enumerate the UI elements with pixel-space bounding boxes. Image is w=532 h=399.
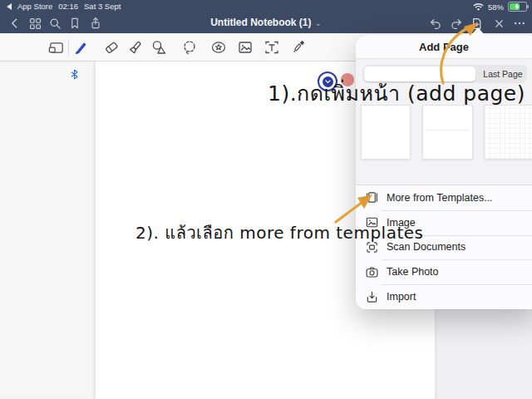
color-swatch-blue[interactable] bbox=[318, 71, 337, 91]
close-icon bbox=[493, 17, 505, 30]
template-section: Last Page Current Template Flashcard Squ… bbox=[356, 59, 532, 185]
chevron-down-icon: ⌄ bbox=[314, 18, 321, 27]
image-icon bbox=[365, 215, 379, 229]
battery-charging-icon bbox=[508, 2, 527, 12]
battery-percent: 58% bbox=[488, 2, 504, 12]
more-icon bbox=[513, 17, 526, 30]
canvas-margin-left bbox=[0, 62, 95, 399]
segmented-control[interactable]: Last Page bbox=[362, 65, 527, 83]
menu-item-image[interactable]: Image bbox=[356, 210, 532, 235]
bookmark-button[interactable] bbox=[66, 15, 83, 32]
share-icon bbox=[89, 17, 102, 30]
import-icon bbox=[365, 290, 379, 304]
back-button[interactable] bbox=[7, 15, 23, 32]
redo-button[interactable] bbox=[448, 15, 465, 32]
templates-icon bbox=[365, 190, 379, 204]
menu-item-import[interactable]: Import bbox=[356, 284, 532, 309]
add-page-popover: Add Page Last Page Current Template Flas… bbox=[356, 35, 532, 309]
bluetooth-icon bbox=[71, 69, 78, 80]
toolbar-divider bbox=[68, 39, 69, 56]
menu-item-scan-documents[interactable]: Scan Documents bbox=[356, 235, 532, 260]
date: Sat 3 Sept bbox=[84, 2, 121, 11]
highlighter-tool[interactable] bbox=[125, 37, 146, 58]
back-to-app-label[interactable]: App Store bbox=[17, 2, 52, 11]
segment-last-page[interactable]: Last Page bbox=[479, 65, 527, 83]
camera-icon bbox=[365, 265, 379, 279]
template-thumb-flashcard[interactable] bbox=[422, 105, 473, 160]
menu-item-take-photo[interactable]: Take Photo bbox=[356, 259, 532, 284]
close-button[interactable] bbox=[490, 15, 507, 32]
more-button[interactable] bbox=[511, 15, 528, 32]
image-tool[interactable] bbox=[234, 37, 256, 58]
search-icon bbox=[48, 17, 62, 31]
grid-icon bbox=[28, 17, 42, 31]
share-button[interactable] bbox=[87, 15, 104, 32]
popover-arrow bbox=[470, 27, 485, 36]
notebook-title[interactable]: Untitled Notebook (1) ⌄ bbox=[210, 17, 322, 28]
bookmark-icon bbox=[68, 17, 81, 30]
undo-button[interactable] bbox=[426, 15, 443, 32]
chevron-left-icon bbox=[12, 19, 17, 27]
text-tool[interactable] bbox=[261, 37, 283, 58]
add-page-menu: More from Templates... Image Scan Docume… bbox=[356, 185, 532, 309]
thumbnails-button[interactable] bbox=[27, 15, 43, 32]
search-button[interactable] bbox=[47, 15, 63, 32]
app-screen: App Store 02:16 Sat 3 Sept 58% bbox=[0, 0, 532, 399]
menu-item-more-from-templates[interactable]: More from Templates... bbox=[356, 185, 532, 210]
wifi-icon bbox=[473, 2, 484, 11]
color-swatch-red[interactable] bbox=[341, 73, 354, 86]
scan-icon bbox=[365, 240, 379, 254]
redo-icon bbox=[450, 17, 464, 31]
pen-tool[interactable] bbox=[70, 37, 91, 58]
undo-icon bbox=[428, 17, 442, 31]
navigation-bar: Untitled Notebook (1) ⌄ bbox=[0, 13, 532, 33]
template-thumb-current[interactable] bbox=[361, 105, 411, 160]
lasso-tool[interactable] bbox=[179, 37, 200, 58]
zoom-window-tool[interactable] bbox=[45, 37, 66, 58]
shapes-tool[interactable] bbox=[149, 37, 170, 58]
template-thumb-squared[interactable] bbox=[484, 105, 532, 160]
segment-template-selected[interactable] bbox=[364, 66, 475, 81]
clock: 02:16 bbox=[58, 2, 78, 11]
stickers-tool[interactable] bbox=[208, 37, 229, 58]
laser-pointer-tool[interactable] bbox=[287, 37, 308, 58]
popover-title: Add Page bbox=[356, 35, 532, 58]
pen-icon bbox=[71, 38, 90, 57]
status-bar: App Store 02:16 Sat 3 Sept 58% bbox=[0, 0, 532, 13]
eraser-tool[interactable] bbox=[101, 37, 122, 58]
back-to-app-icon[interactable] bbox=[7, 3, 12, 10]
